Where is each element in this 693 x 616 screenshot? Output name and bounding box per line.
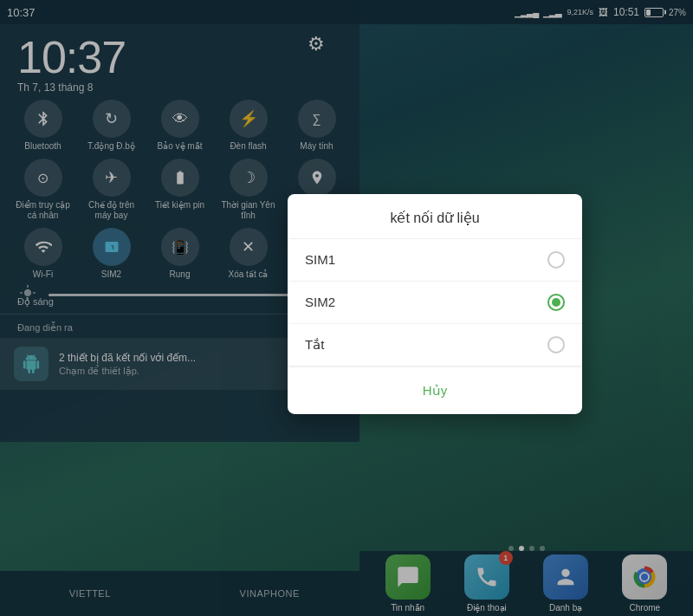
- toggle-airplane[interactable]: ✈ Chế độ trên máy bay: [81, 159, 143, 221]
- taskbar-carrier-left[interactable]: VIETTEL: [0, 571, 180, 616]
- battery-saver-icon: [161, 159, 199, 197]
- chrome-icon: [622, 554, 667, 600]
- calculator-icon: ∑: [298, 100, 336, 138]
- notif-icon: [14, 347, 49, 381]
- vibrate-icon: 📳: [161, 228, 199, 266]
- notif-content: 2 thiết bị đã kết nối với đếm... Chạm để…: [59, 352, 314, 377]
- app-phone[interactable]: 1 Điện thoại: [464, 554, 509, 613]
- dialog-title: kết nối dữ liệu: [288, 193, 582, 238]
- toggle-clear-all[interactable]: ✕ Xóa tất cả: [217, 228, 280, 280]
- notif-title: 2 thiết bị đã kết nối với đếm...: [59, 352, 314, 364]
- sim2-radio: [547, 293, 565, 310]
- clock-date: Th 7, 13 tháng 8: [17, 81, 342, 94]
- hotspot-icon: ⊙: [24, 159, 62, 197]
- data-speed: 9,21K/s: [567, 8, 593, 16]
- toggle-row-1: Bluetooth ↻ T.động Đ.bộ 👁 Bảo vệ mắt ⚡ Đ…: [9, 100, 351, 152]
- gps-icon: [298, 159, 336, 197]
- toggle-calculator[interactable]: ∑ Máy tính: [286, 100, 348, 152]
- toggle-sim2[interactable]: SIM2: [81, 228, 143, 280]
- phone-icon: 1: [464, 554, 509, 600]
- taskbar-carrier-right[interactable]: VINAPHONE: [180, 571, 360, 616]
- taskbar: VIETTEL VINAPHONE: [0, 571, 359, 616]
- contacts-icon: [543, 554, 588, 600]
- clock-time: 10:37: [17, 35, 342, 80]
- dialog-off-label: Tắt: [305, 336, 324, 352]
- sim-dialog: kết nối dữ liệu SIM1 SIM2 Tắt Hủy: [288, 193, 582, 413]
- dialog-cancel-button[interactable]: Hủy: [405, 375, 464, 405]
- off-radio: [547, 335, 565, 353]
- app-messages[interactable]: Tin nhắn: [385, 554, 431, 613]
- app-contacts[interactable]: Danh bạ: [543, 554, 588, 613]
- clock-area: 10:37 Th 7, 13 tháng 8: [0, 24, 359, 101]
- eye-protection-label: Bảo vệ mắt: [158, 141, 203, 152]
- quiet-time-label: Thời gian Yên tĩnh: [217, 200, 280, 221]
- status-bar-left: 10:37: [7, 6, 36, 19]
- clear-all-icon: ✕: [230, 228, 268, 266]
- signal-icon: ▁▂▃▄: [515, 8, 538, 17]
- toggle-bluetooth[interactable]: Bluetooth: [12, 100, 74, 152]
- status-bar: 10:37 ▁▂▃▄ ▁▂▃ 9,21K/s 🖼 10:51 27%: [0, 0, 693, 24]
- messages-icon: [385, 554, 431, 600]
- dialog-sim2-label: SIM2: [305, 295, 335, 309]
- flash-icon: ⚡: [230, 100, 268, 138]
- notif-subtitle: Chạm để thiết lập.: [59, 366, 314, 377]
- dialog-option-sim2[interactable]: SIM2: [288, 281, 582, 323]
- toggle-wifi[interactable]: Wi-Fi: [12, 228, 74, 280]
- dialog-actions: Hủy: [288, 366, 582, 413]
- toggle-sync[interactable]: ↻ T.động Đ.bộ: [81, 100, 143, 152]
- sim1-radio: [547, 250, 565, 268]
- airplane-icon: ✈: [93, 159, 131, 197]
- battery-icon: [644, 8, 664, 17]
- toggle-quiet-time[interactable]: ☽ Thời gian Yên tĩnh: [217, 159, 280, 221]
- sim2-icon: [93, 228, 131, 266]
- flashlight-label: Đèn flash: [230, 141, 266, 152]
- sim2-radio-fill: [552, 297, 560, 306]
- airplane-label: Chế độ trên máy bay: [81, 200, 143, 221]
- app-chrome[interactable]: Chrome: [622, 554, 667, 613]
- settings-gear-icon[interactable]: ⚙: [308, 33, 325, 55]
- toggle-vibrate[interactable]: 📳 Rung: [149, 228, 211, 280]
- brightness-label: Độ sáng: [17, 296, 54, 308]
- bluetooth-label: Bluetooth: [24, 141, 61, 152]
- dialog-sim1-label: SIM1: [305, 252, 335, 267]
- brightness-slider-fill: [49, 294, 298, 296]
- hotspot-label: Điểm truy cập cá nhân: [12, 200, 74, 221]
- phone-label: Điện thoại: [467, 603, 507, 613]
- status-time-right: 10:51: [613, 6, 639, 18]
- bluetooth-icon: [24, 100, 62, 138]
- sync-icon: ↻: [93, 100, 131, 138]
- contacts-label: Danh bạ: [549, 603, 582, 613]
- screenshot-icon: 🖼: [599, 7, 608, 17]
- toggle-eye-protection[interactable]: 👁 Bảo vệ mắt: [149, 100, 211, 152]
- signal-icon2: ▁▂▃: [543, 8, 561, 17]
- notification-header: Đang diễn ra: [17, 322, 73, 334]
- sync-label: T.động Đ.bộ: [87, 141, 135, 152]
- toggle-hotspot[interactable]: ⊙ Điểm truy cập cá nhân: [12, 159, 74, 221]
- eye-icon: 👁: [161, 100, 199, 138]
- toggle-battery-saver[interactable]: Tiết kiệm pin: [149, 159, 211, 221]
- toggle-flashlight[interactable]: ⚡ Đèn flash: [217, 100, 280, 152]
- battery-saver-label: Tiết kiệm pin: [155, 200, 204, 211]
- battery-fill: [646, 10, 651, 16]
- messages-label: Tin nhắn: [391, 603, 424, 613]
- battery-percent: 27%: [669, 8, 686, 17]
- app-dock: Tin nhắn 1 Điện thoại Danh bạ: [359, 551, 693, 616]
- dialog-option-sim1[interactable]: SIM1: [288, 238, 582, 281]
- svg-point-4: [641, 574, 648, 580]
- phone-badge: 1: [499, 551, 513, 565]
- quiet-time-icon: ☽: [230, 159, 268, 197]
- status-bar-right: ▁▂▃▄ ▁▂▃ 9,21K/s 🖼 10:51 27%: [515, 6, 686, 18]
- chrome-label: Chrome: [630, 603, 661, 613]
- dialog-option-off[interactable]: Tắt: [288, 323, 582, 366]
- calculator-label: Máy tính: [300, 141, 333, 152]
- status-time-left: 10:37: [7, 6, 36, 19]
- wifi-icon: [24, 228, 62, 266]
